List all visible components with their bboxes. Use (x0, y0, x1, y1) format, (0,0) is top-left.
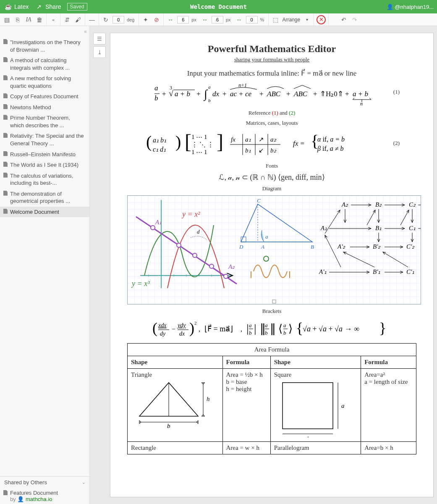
chevron-down-icon: ⌄ (82, 480, 85, 485)
redo-icon[interactable]: ↷ (351, 16, 359, 24)
sidebar-item[interactable]: Welcome Document (0, 207, 89, 218)
user-name: @nhatphan19... (395, 4, 434, 10)
svg-text:C'₁: C'₁ (406, 268, 414, 275)
scale-input[interactable] (246, 16, 258, 24)
svg-marker-68 (241, 204, 312, 242)
svg-text:⋮    ⋱    ⋮: ⋮ ⋱ ⋮ (191, 141, 214, 148)
svg-line-111 (325, 235, 341, 267)
close-panel-icon[interactable]: ✕ (317, 15, 326, 24)
new-doc-icon[interactable]: ▤ (3, 16, 11, 24)
sidebar-item[interactable]: Russell–Einstein Manifesto (0, 149, 89, 160)
svg-point-61 (209, 264, 214, 268)
shared-by-link[interactable]: mathcha.io (26, 496, 52, 502)
svg-text:a: a (283, 322, 286, 328)
svg-text:,: , (199, 326, 200, 333)
inline-intro: Input your mathematics formula inline: F… (127, 69, 416, 78)
rotate-input[interactable] (113, 16, 124, 24)
app-logo-icon[interactable]: ☕ (3, 2, 13, 11)
hspace-input[interactable] (177, 16, 189, 24)
share-icon[interactable]: ↗ (34, 2, 44, 11)
snap-off-icon[interactable]: ✦ (141, 16, 150, 24)
hspace-icon[interactable]: ↔ (166, 16, 175, 24)
svg-text:B'₁: B'₁ (373, 268, 380, 275)
svg-text:ac + ce: ac + ce (230, 90, 252, 98)
area-title: Area Formula (128, 344, 416, 356)
sidebar-item[interactable]: Copy of Features Document (0, 91, 89, 102)
svg-text:fx: fx (231, 136, 236, 143)
sidebar-item[interactable]: "Investigations on the Theory of Brownia… (0, 37, 89, 55)
shape-name: Square (274, 371, 358, 378)
fonts-line: ℒ, 𝒶, 𝓃 ⊂ (ℝ ∩ ℕ) ⟨gen, diff, min⟩ (127, 173, 416, 182)
formula-cell: Area=b × h (361, 442, 416, 454)
svg-line-113 (383, 252, 408, 267)
svg-text:b: b (208, 98, 211, 103)
shared-by-prefix: by (10, 496, 17, 502)
sidebar-collapse-inner-icon[interactable]: « (84, 29, 87, 34)
svg-text:a + b: a + b (175, 90, 190, 98)
insert-tab[interactable]: ⤓ (93, 46, 106, 58)
copy-icon[interactable]: ⎘ (13, 16, 22, 24)
scale-icon[interactable]: ↔ (235, 16, 243, 24)
svg-text:+: + (222, 90, 227, 98)
svg-text:ydy: ydy (177, 322, 186, 328)
table-row: Rectangle Area = w × h Parallelogram Are… (128, 442, 416, 454)
vspace-input[interactable] (212, 16, 223, 24)
line-icon[interactable]: ― (88, 16, 96, 24)
sidebar-item[interactable]: Relativity: The Special and the General … (0, 131, 89, 149)
svg-text:‖: ‖ (270, 322, 276, 335)
diagram-canvas[interactable]: y = x² y = x³ A₁ A₂ d a C D A B (127, 195, 421, 304)
svg-text:+: + (259, 90, 264, 98)
share-button[interactable]: Share (45, 3, 61, 10)
svg-text:⟨: ⟨ (278, 323, 283, 335)
rotate-icon[interactable]: ↻ (102, 16, 110, 24)
equation-2-number: (2) (393, 140, 400, 147)
svg-text:A₁: A₁ (155, 219, 162, 226)
brush-icon[interactable]: 🖌 (74, 16, 82, 24)
svg-text:⌊F⃗ = ma⃗⌋: ⌊F⃗ = ma⃗⌋ (204, 324, 233, 333)
document-canvas[interactable]: Powerful Mathematics Editor sharing your… (110, 33, 434, 497)
sidebar-item[interactable]: Newtons Method (0, 102, 89, 113)
shared-document[interactable]: Features Document by 👤 mathcha.io (0, 488, 89, 504)
sidebar-item[interactable]: The demonstration of geometrical propert… (0, 189, 89, 207)
equation-1-number: (1) (393, 89, 400, 95)
diagram-label: Diagram (127, 185, 416, 192)
sidebar-item[interactable]: A new method for solving quartic equatio… (0, 73, 89, 91)
svg-text:β  if, a ≠ b: β if, a ≠ b (317, 145, 344, 152)
svg-text:↙: ↙ (259, 147, 264, 154)
align-icon[interactable]: ⇵ (63, 16, 71, 24)
svg-text:,: , (241, 326, 242, 333)
svg-text:D: D (239, 244, 243, 250)
svg-text:C₂: C₂ (409, 201, 416, 208)
arrange-icon[interactable]: ⬚ (271, 16, 280, 24)
vspace-icon[interactable]: ↔ (201, 16, 209, 24)
undo-icon[interactable]: ↶ (340, 16, 348, 24)
user-menu[interactable]: 👤 @nhatphan19... (387, 4, 434, 10)
formula-cell: Area = ½b × h b = base h = height (222, 369, 270, 442)
svg-rect-152 (283, 383, 333, 429)
latex-button[interactable]: Latex (14, 3, 29, 10)
arrange-label[interactable]: Arrange (282, 17, 300, 23)
chevron-down-icon[interactable]: ▾ (303, 16, 311, 24)
ia-icon[interactable]: IA (24, 16, 33, 24)
sidebar-item[interactable]: The calculus of variations, including it… (0, 171, 89, 189)
svg-text:C: C (257, 197, 261, 204)
sidebar-item[interactable]: Prime Number Theorem, which describes th… (0, 113, 89, 131)
svg-line-108 (325, 210, 340, 234)
sidebar-collapse-icon[interactable]: « (49, 16, 58, 24)
svg-text:dx: dx (212, 90, 220, 98)
svg-text:C'₂: C'₂ (406, 243, 415, 250)
saved-badge: Saved (67, 3, 87, 10)
svg-text:B₂: B₂ (375, 201, 382, 208)
trash-icon[interactable]: 🗑 (35, 16, 44, 24)
svg-text:a: a (306, 434, 309, 437)
svg-text:b: b (249, 330, 252, 336)
nosnap-icon[interactable]: ⊘ (152, 16, 161, 24)
svg-text:+: + (196, 90, 201, 98)
svg-text:√: √ (169, 89, 173, 98)
sidebar-item[interactable]: The World as I See It (1934) (0, 160, 89, 171)
shared-header[interactable]: Shared by Others ⌄ (0, 476, 89, 488)
svg-text:{: { (296, 320, 303, 336)
sidebar-item[interactable]: A method of calculating integrals with c… (0, 55, 89, 73)
outline-tab[interactable]: ☰ (93, 33, 106, 45)
svg-text:1   ⋯   1: 1 ⋯ 1 (191, 149, 207, 155)
